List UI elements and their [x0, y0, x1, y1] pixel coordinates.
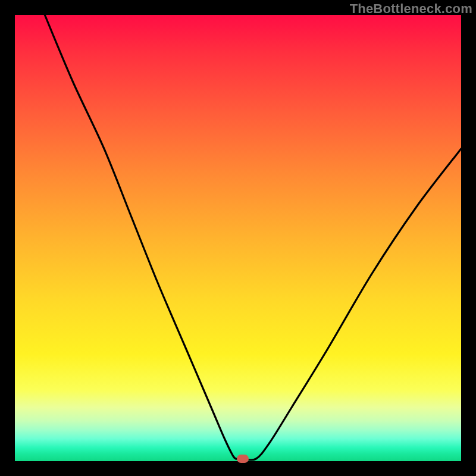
chart-container: TheBottleneck.com: [0, 0, 476, 476]
optimum-marker: [237, 455, 249, 463]
plot-area: [15, 15, 461, 461]
watermark-text: TheBottleneck.com: [350, 1, 472, 17]
bottleneck-curve: [15, 15, 461, 461]
